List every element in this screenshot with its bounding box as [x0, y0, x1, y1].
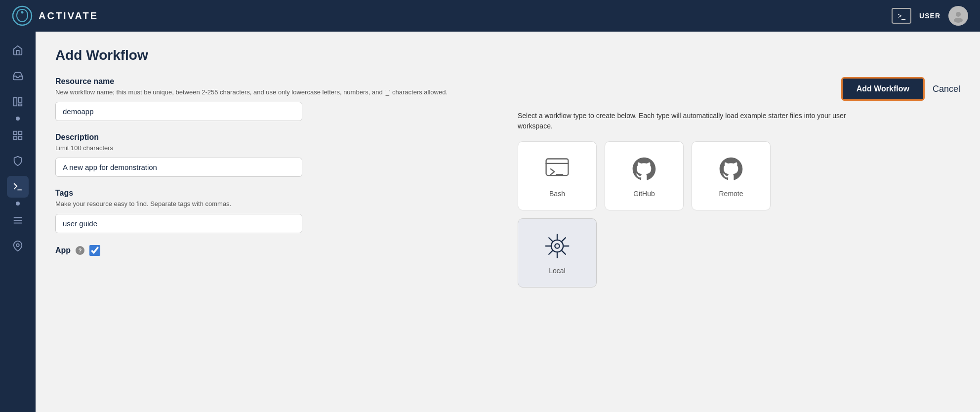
nav-right: >_ USER [892, 6, 968, 26]
local-icon [542, 231, 572, 261]
sidebar-item-inbox[interactable] [7, 65, 29, 87]
workflow-types-grid: Bash GitHub [518, 141, 960, 288]
bash-icon [542, 154, 572, 184]
svg-point-1 [21, 11, 24, 14]
sidebar-dot-1[interactable] [16, 117, 20, 121]
main-layout: Add Workflow Resource name New workflow … [0, 32, 980, 412]
svg-point-2 [956, 12, 961, 17]
workflow-type-bash[interactable]: Bash [518, 141, 597, 210]
svg-point-3 [954, 18, 963, 23]
app-row: App ? [55, 245, 498, 256]
sidebar-item-shield[interactable] [7, 150, 29, 172]
svg-point-15 [16, 244, 19, 247]
svg-rect-9 [14, 136, 17, 139]
sidebar-item-terminal[interactable] [7, 176, 29, 198]
app-checkbox[interactable] [89, 245, 100, 256]
add-workflow-button[interactable]: Add Workflow [841, 77, 925, 101]
main-content: Add Workflow Resource name New workflow … [36, 32, 980, 412]
remote-label: Remote [719, 190, 743, 198]
app-label: App [55, 246, 71, 255]
svg-point-19 [551, 240, 563, 252]
resource-name-input[interactable] [55, 102, 302, 121]
svg-line-26 [562, 250, 565, 254]
svg-rect-10 [19, 136, 22, 139]
resource-name-group: Resource name New workflow name; this mu… [55, 77, 498, 121]
sidebar-item-rows[interactable] [7, 209, 29, 231]
svg-point-20 [555, 244, 559, 248]
workflow-type-remote[interactable]: Remote [692, 141, 771, 210]
workflow-type-local[interactable]: Local [518, 218, 597, 288]
sidebar-dot-2[interactable] [16, 202, 20, 206]
sidebar-item-layout[interactable] [7, 91, 29, 113]
cancel-button[interactable]: Cancel [933, 84, 960, 94]
workflow-type-github[interactable]: GitHub [605, 141, 684, 210]
svg-rect-7 [14, 131, 17, 134]
tags-desc: Make your resource easy to find. Separat… [55, 200, 498, 208]
svg-rect-16 [546, 159, 569, 175]
workflow-description: Select a workflow type to create below. … [518, 111, 854, 131]
avatar[interactable] [948, 6, 968, 26]
logo-area: ACTIVATE [12, 5, 98, 26]
svg-rect-5 [19, 98, 22, 102]
sidebar-item-location[interactable] [7, 235, 29, 257]
svg-rect-4 [14, 98, 17, 106]
description-group: Description Limit 100 characters [55, 133, 498, 177]
workflow-panel: Add Workflow Cancel Select a workflow ty… [518, 77, 960, 288]
resource-name-desc: New workflow name; this must be unique, … [55, 88, 498, 97]
svg-rect-8 [19, 131, 22, 134]
help-icon[interactable]: ? [76, 246, 84, 255]
sidebar [0, 32, 36, 412]
github-icon [629, 154, 659, 184]
form-workflow-grid: Resource name New workflow name; this mu… [55, 77, 960, 288]
github-label: GitHub [633, 190, 655, 198]
svg-line-25 [549, 238, 552, 241]
svg-line-28 [549, 250, 552, 254]
resource-name-label: Resource name [55, 77, 498, 86]
sidebar-item-home[interactable] [7, 40, 29, 61]
form-section: Resource name New workflow name; this mu… [55, 77, 498, 288]
user-label: USER [919, 12, 940, 20]
tags-label: Tags [55, 189, 498, 198]
page-header: Add Workflow [55, 47, 960, 63]
svg-rect-6 [19, 104, 22, 106]
top-navigation: ACTIVATE >_ USER [0, 0, 980, 32]
description-input[interactable] [55, 158, 302, 177]
description-desc: Limit 100 characters [55, 144, 498, 153]
logo-text: ACTIVATE [39, 10, 98, 22]
remote-icon [716, 154, 746, 184]
tags-input[interactable] [55, 214, 302, 233]
logo-icon [12, 5, 33, 26]
bash-label: Bash [549, 190, 565, 198]
sidebar-item-grid[interactable] [7, 124, 29, 146]
tags-group: Tags Make your resource easy to find. Se… [55, 189, 498, 233]
terminal-button[interactable]: >_ [892, 8, 911, 24]
local-label: Local [549, 267, 565, 275]
description-label: Description [55, 133, 498, 142]
action-bar: Add Workflow Cancel [518, 77, 960, 101]
page-title: Add Workflow [55, 47, 960, 63]
svg-line-27 [562, 238, 565, 241]
